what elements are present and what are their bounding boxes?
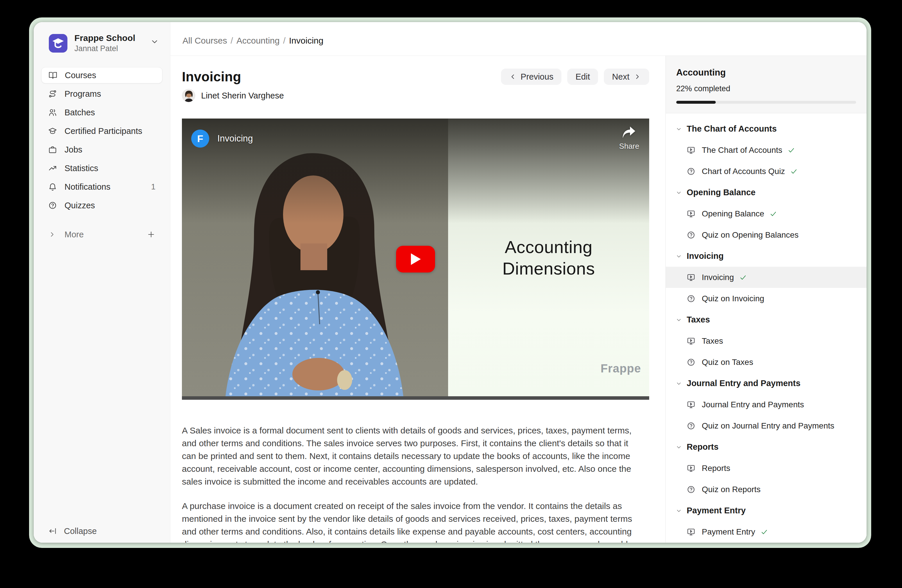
quiz-icon <box>687 422 695 430</box>
collapse-icon <box>48 527 57 535</box>
course-outline-header: Accounting 22% completed <box>666 56 866 113</box>
chevron-down-icon <box>676 253 682 260</box>
video-titlebar: F Invoicing <box>191 130 253 148</box>
sidebar-item-quizzes[interactable]: Quizzes <box>41 197 163 214</box>
sidebar-item-label: Batches <box>64 108 95 117</box>
workspace-switcher[interactable]: Frappe School Jannat Patel <box>34 22 170 53</box>
trending-up-icon <box>48 164 57 172</box>
outline-lesson-journal-entry-and-payments[interactable]: Journal Entry and Payments <box>666 394 866 415</box>
channel-avatar[interactable]: F <box>191 130 209 148</box>
route-icon <box>48 89 57 98</box>
workspace-text: Frappe School Jannat Patel <box>74 33 135 53</box>
outline-quiz-quiz-on-journal-entry-and-payments[interactable]: Quiz on Journal Entry and Payments <box>666 415 866 436</box>
collapse-label: Collapse <box>64 526 97 536</box>
outline-section-title: Taxes <box>687 315 710 325</box>
quiz-icon <box>687 485 695 494</box>
lesson-author: Linet Sherin Varghese <box>182 89 649 102</box>
outline-quiz-quiz-on-opening-balances[interactable]: Quiz on Opening Balances <box>666 224 866 246</box>
window-frame: Frappe School Jannat Patel CoursesProgra… <box>29 17 871 548</box>
outline-section-invoicing[interactable]: Invoicing <box>666 246 866 267</box>
share-button[interactable]: Share <box>619 126 639 151</box>
frappe-school-logo <box>49 34 67 53</box>
outline-lesson-taxes[interactable]: Taxes <box>666 330 866 352</box>
video-lesson-icon <box>687 528 695 536</box>
outline-lesson-payment-entry[interactable]: Payment Entry <box>666 521 866 543</box>
course-outline: Accounting 22% completed The Chart of Ac… <box>666 56 866 543</box>
outline-quiz-quiz-on-reports[interactable]: Quiz on Reports <box>666 479 866 500</box>
chevron-down-icon <box>676 126 682 132</box>
video-lesson-icon <box>687 337 695 346</box>
outline-item-label: Payment Entry <box>702 527 755 536</box>
video-player[interactable]: F Invoicing Share Accounting Dim <box>182 119 649 400</box>
sidebar-menu: CoursesProgramsBatchesCertified Particip… <box>34 67 170 214</box>
outline-section-payment-entry[interactable]: Payment Entry <box>666 500 866 521</box>
outline-section-title: Invoicing <box>687 251 723 261</box>
quiz-icon <box>687 294 695 303</box>
outline-section-taxes[interactable]: Taxes <box>666 309 866 330</box>
completed-check-icon <box>790 167 798 175</box>
chevron-right-icon <box>634 73 641 80</box>
outline-lesson-the-chart-of-accounts[interactable]: The Chart of Accounts <box>666 139 866 161</box>
sidebar-item-courses[interactable]: Courses <box>41 67 163 83</box>
sidebar-item-label: Certified Participants <box>64 127 143 136</box>
share-label: Share <box>619 142 639 151</box>
sidebar-item-batches[interactable]: Batches <box>41 104 163 120</box>
breadcrumb-all-courses[interactable]: All Courses <box>183 36 227 45</box>
play-icon <box>410 253 421 266</box>
workspace-user: Jannat Patel <box>74 44 135 53</box>
edit-button[interactable]: Edit <box>567 69 598 85</box>
chevron-left-icon <box>509 73 517 80</box>
breadcrumb-separator: / <box>230 36 233 45</box>
outline-item-label: Quiz on Invoicing <box>702 294 764 303</box>
outline-lesson-invoicing[interactable]: Invoicing <box>666 267 866 288</box>
outline-section-title: Reports <box>687 442 719 452</box>
completed-check-icon <box>788 146 795 154</box>
grad-cap-icon <box>48 127 57 135</box>
video-lesson-icon <box>687 146 695 155</box>
frappe-watermark: Frappe <box>601 362 641 375</box>
sidebar-more[interactable]: More <box>41 226 163 242</box>
next-button[interactable]: Next <box>604 69 649 85</box>
play-button[interactable] <box>396 246 435 272</box>
outline-quiz-chart-of-accounts-quiz[interactable]: Chart of Accounts Quiz <box>666 161 866 182</box>
chevron-down-icon <box>676 508 682 514</box>
quiz-icon <box>687 231 695 239</box>
outline-section-opening-balance[interactable]: Opening Balance <box>666 182 866 203</box>
outline-section-journal-entry-and-payments[interactable]: Journal Entry and Payments <box>666 373 866 394</box>
chevron-down-icon <box>676 317 682 323</box>
chevron-down-icon <box>150 37 159 46</box>
completed-check-icon <box>761 528 768 536</box>
screen: Frappe School Jannat Patel CoursesProgra… <box>0 0 902 588</box>
outline-section-title: Journal Entry and Payments <box>687 378 800 388</box>
sidebar-item-programs[interactable]: Programs <box>41 86 163 102</box>
outline-section-reports[interactable]: Reports <box>666 436 866 458</box>
collapse-button[interactable]: Collapse <box>41 524 104 538</box>
completed-check-icon <box>769 210 777 217</box>
progress-track <box>676 101 856 104</box>
previous-button[interactable]: Previous <box>501 69 562 85</box>
slide-title: Accounting Dimensions <box>448 236 649 280</box>
outline-lesson-reports[interactable]: Reports <box>666 458 866 479</box>
sidebar-item-jobs[interactable]: Jobs <box>41 141 163 158</box>
outline-quiz-quiz-on-taxes[interactable]: Quiz on Taxes <box>666 352 866 373</box>
outline-section-the-chart-of-accounts[interactable]: The Chart of Accounts <box>666 118 866 139</box>
left-sidebar: Frappe School Jannat Patel CoursesProgra… <box>34 22 170 543</box>
chevron-down-icon <box>676 380 682 387</box>
lesson-nav-buttons: Previous Edit Next <box>501 69 649 85</box>
sidebar-item-label: Programs <box>64 89 101 99</box>
outline-item-label: Chart of Accounts Quiz <box>702 167 785 176</box>
outline-item-label: Quiz on Taxes <box>702 358 753 367</box>
outline-lesson-opening-balance[interactable]: Opening Balance <box>666 203 866 224</box>
video-title[interactable]: Invoicing <box>218 133 253 144</box>
sidebar-item-statistics[interactable]: Statistics <box>41 160 163 176</box>
bell-icon <box>48 183 57 191</box>
sidebar-item-certified-participants[interactable]: Certified Participants <box>41 123 163 139</box>
lesson-header: Invoicing Previous Edit Next <box>182 69 649 85</box>
outline-quiz-quiz-on-invoicing[interactable]: Quiz on Invoicing <box>666 288 866 309</box>
sidebar-item-notifications[interactable]: Notifications1 <box>41 179 163 195</box>
breadcrumb-accounting[interactable]: Accounting <box>236 36 280 45</box>
video-progress-bar[interactable] <box>182 396 649 400</box>
outline-item-label: Opening Balance <box>702 209 764 219</box>
sidebar-more-label: More <box>64 230 84 239</box>
plus-icon[interactable] <box>147 230 155 239</box>
